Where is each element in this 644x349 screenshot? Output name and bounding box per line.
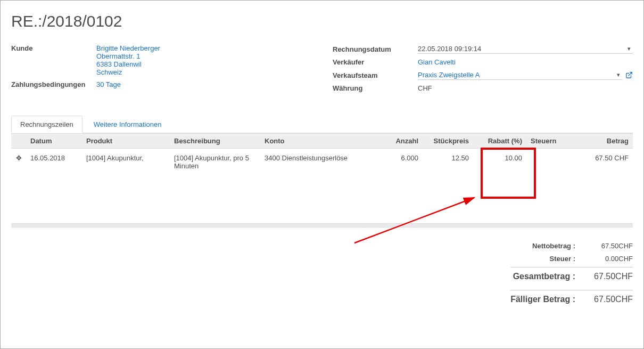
col-amount: Betrag — [564, 134, 633, 149]
total-value: 67.50CHF — [585, 272, 633, 281]
col-unit-price: Stückpreis — [423, 134, 473, 149]
col-handle — [11, 134, 26, 149]
customer-name[interactable]: Brigitte Niederberger — [96, 44, 311, 52]
salesperson-value[interactable]: Gian Cavelti — [418, 58, 456, 66]
cell-amount[interactable]: 67.50 CHF — [564, 149, 633, 176]
label-sales-team: Verkaufsteam — [333, 71, 418, 79]
cell-discount[interactable]: 10.00 — [473, 149, 526, 176]
label-payment-terms: Zahlungsbedingungen — [11, 80, 96, 88]
table-row[interactable]: ✥ 16.05.2018 [1004] Akupunktur, [1004] A… — [11, 149, 633, 176]
col-product: Produkt — [82, 134, 170, 149]
label-customer: Kunde — [11, 44, 96, 76]
page-title: RE.:/2018/0102 — [11, 12, 633, 30]
cell-unit-price[interactable]: 12.50 — [423, 149, 473, 176]
cell-account[interactable]: 3400 Dienstleistungserlöse — [260, 149, 385, 176]
tax-label: Steuer : — [510, 255, 585, 263]
invoice-lines-table: Datum Produkt Beschreibung Konto Anzahl … — [11, 133, 633, 175]
cell-date[interactable]: 16.05.2018 — [26, 149, 82, 176]
due-value: 67.50CHF — [585, 295, 633, 304]
label-invoice-date: Rechnungsdatum — [333, 45, 418, 53]
divider — [11, 223, 633, 228]
customer-street[interactable]: Obermattstr. 1 — [96, 52, 311, 60]
payment-terms-value[interactable]: 30 Tage — [96, 80, 121, 88]
cell-qty[interactable]: 6.000 — [385, 149, 423, 176]
caret-down-icon[interactable]: ▾ — [615, 71, 622, 78]
col-account: Konto — [260, 134, 385, 149]
sales-team-value[interactable]: Praxis Zweigstelle A — [418, 71, 615, 79]
total-label: Gesamtbetrag : — [510, 272, 585, 281]
sales-team-select[interactable]: Praxis Zweigstelle A ▾ — [418, 70, 622, 80]
invoice-date-input[interactable]: 22.05.2018 09:19:14 ▾ — [418, 44, 633, 54]
totals-block: Nettobetrag : 67.50CHF Steuer : 0.00CHF … — [510, 240, 633, 307]
col-taxes: Steuern — [526, 134, 564, 149]
label-salesperson: Verkäufer — [333, 58, 418, 66]
col-discount: Rabatt (%) — [473, 134, 526, 149]
cell-product[interactable]: [1004] Akupunktur, — [82, 149, 170, 176]
currency-value: CHF — [418, 84, 633, 92]
customer-city[interactable]: 6383 Dallenwil — [96, 60, 311, 68]
caret-down-icon[interactable]: ▾ — [625, 45, 633, 52]
cell-description[interactable]: [1004] Akupunktur, pro 5 Minuten — [170, 149, 260, 176]
col-qty: Anzahl — [385, 134, 423, 149]
external-link-icon[interactable] — [625, 71, 633, 79]
tab-other-info[interactable]: Weitere Informationen — [85, 116, 171, 133]
drag-handle-icon[interactable]: ✥ — [16, 154, 22, 162]
invoice-date-value[interactable]: 22.05.2018 09:19:14 — [418, 45, 625, 53]
cell-taxes[interactable] — [526, 149, 564, 176]
net-value: 67.50CHF — [585, 242, 633, 250]
svg-line-0 — [629, 72, 632, 76]
customer-value[interactable]: Brigitte Niederberger Obermattstr. 1 638… — [96, 44, 311, 76]
tax-value: 0.00CHF — [585, 255, 633, 263]
customer-country[interactable]: Schweiz — [96, 68, 311, 76]
label-currency: Währung — [333, 84, 418, 92]
col-date: Datum — [26, 134, 82, 149]
net-label: Nettobetrag : — [510, 242, 585, 250]
tab-invoice-lines[interactable]: Rechnungszeilen — [11, 116, 82, 133]
col-description: Beschreibung — [170, 134, 260, 149]
due-label: Fälliger Betrag : — [510, 295, 585, 304]
